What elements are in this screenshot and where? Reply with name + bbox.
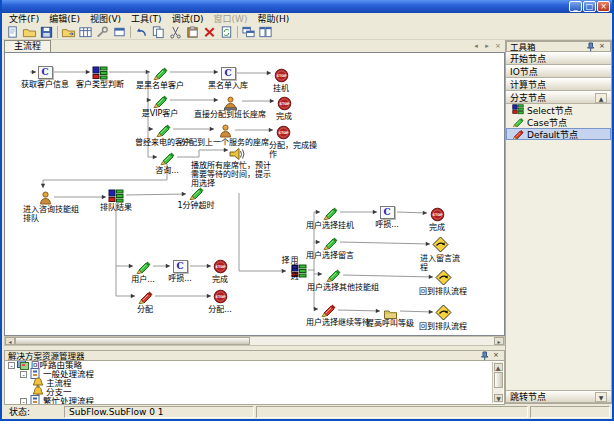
flow-layer: C获取客户信息客户类型判断是黑名单客户C黑名单入库STOP挂机是VIP客户直接分… [18, 52, 500, 336]
flow-node-label: 用户选择其他技能组 [301, 283, 385, 292]
svg-text:STOP: STOP [432, 213, 443, 217]
explorer-tree: -回呼路由策略-一般处理流程主流程分支一-繁忙处理流程主流程 ▲ ▼ [4, 361, 505, 405]
open-button[interactable] [21, 25, 38, 39]
flow-node-label: 分配，完成操 作 [269, 141, 325, 159]
tree-item-1[interactable]: -一般处理流程 [5, 370, 504, 379]
canvas-hscrollbar[interactable]: ◂ ▸ [4, 336, 505, 346]
flow-node-label: 用户... [125, 275, 161, 284]
refresh-button[interactable] [218, 25, 235, 39]
flow-node-label: 是VIP客户 [132, 109, 188, 118]
toolbox-category-3[interactable]: 分支节点▲ [506, 91, 611, 104]
hscroll-thumb[interactable] [15, 337, 250, 345]
menu-item-1[interactable]: 编辑(E) [44, 13, 85, 25]
tab-main-flow[interactable]: 主流程 [4, 40, 51, 52]
explorer-title: 解决方案资源管理器 [8, 351, 477, 361]
tile-windows-button[interactable] [257, 25, 274, 39]
tree-item-2[interactable]: 主流程 [5, 379, 504, 388]
pin-icon[interactable] [479, 351, 489, 360]
flow-node-label: 1分钟超时 [172, 201, 220, 210]
tools-button[interactable] [94, 25, 111, 39]
flow-node-label: 获取客户信息 [15, 80, 75, 89]
flow-node-label: 回到排队流程 [414, 287, 472, 296]
chevron-down-icon[interactable]: ▼ [595, 392, 607, 402]
add-existing-button[interactable] [60, 25, 77, 39]
copy-button[interactable] [150, 25, 167, 39]
menu-item-2[interactable]: 视图(V) [85, 13, 126, 25]
menu-bar: 文件(F)编辑(E)视图(V)工具(T)调试(D)窗口(W)帮助(H) [2, 13, 612, 25]
flow-canvas[interactable]: C获取客户信息客户类型判断是黑名单客户C黑名单入库STOP挂机是VIP客户直接分… [4, 52, 505, 336]
close-icon[interactable]: × [491, 351, 501, 360]
flow-node-label: 分配... [202, 305, 238, 314]
scroll-up-icon[interactable]: ▲ [595, 93, 607, 103]
flow-node-label: 完成 [205, 275, 235, 284]
status-bar: 状态: SubFlow.SubFlow 0 1 [2, 405, 612, 419]
scroll-down-icon[interactable]: ▼ [494, 394, 503, 402]
undo-button[interactable] [133, 25, 150, 39]
tree-item-label: 繁忙处理流程 [43, 397, 94, 405]
flow-node-c-23[interactable]: C [380, 206, 395, 219]
tab-scroll-left-icon[interactable]: ◂ [471, 42, 481, 52]
flow-node-label: 完成 [422, 223, 452, 232]
toolbox-category-label: 分支节点 [510, 91, 546, 104]
flow-node-c-3[interactable]: C [221, 67, 236, 80]
tab-close-icon[interactable]: × [493, 42, 503, 52]
scroll-up-icon[interactable]: ▲ [494, 363, 503, 371]
toolbox-category-label: 跳转节点 [510, 390, 546, 403]
expander-icon[interactable]: - [20, 371, 27, 378]
flow-node-label: 提高呼叫等级 [361, 319, 419, 328]
solution-explorer-panel: 解决方案资源管理器 × -回呼路由策略-一般处理流程主流程分支一-繁忙处理流程主… [4, 350, 505, 405]
save-button[interactable] [38, 25, 55, 39]
toolbox-item-2[interactable]: Default节点 [506, 128, 611, 140]
scroll-right-icon[interactable]: ▸ [494, 337, 504, 345]
flow-node-label: 挂机 [266, 84, 296, 93]
svg-text:STOP: STOP [276, 74, 287, 78]
close-icon[interactable]: × [597, 42, 607, 51]
flow-node-c-0[interactable]: C [38, 66, 53, 79]
flow-node-label: 用户选择 [280, 256, 298, 286]
expander-icon[interactable]: - [8, 362, 15, 369]
explorer-vscrollbar[interactable]: ▲ ▼ [492, 362, 503, 403]
svg-text:STOP: STOP [215, 295, 226, 299]
tab-scroll-right-icon[interactable]: ▸ [482, 42, 492, 52]
menu-item-4[interactable]: 调试(D) [167, 13, 209, 25]
flow-node-label: 黑名单入库 [201, 81, 255, 90]
flow-node-label: 完成 [269, 112, 299, 121]
cascade-windows-button[interactable] [240, 25, 257, 39]
close-button[interactable]: × [597, 1, 610, 12]
minimize-button[interactable]: _ [569, 1, 582, 12]
toolbox-item-1[interactable]: Case节点 [506, 116, 611, 128]
app-window: _ □ × 文件(F)编辑(E)视图(V)工具(T)调试(D)窗口(W)帮助(H… [0, 0, 614, 421]
cut-button[interactable] [167, 25, 184, 39]
toolbox-category-jump[interactable]: 跳转节点▼ [506, 390, 611, 403]
toolbar-separator [130, 26, 131, 38]
menu-item-6[interactable]: 帮助(H) [253, 13, 295, 25]
scroll-left-icon[interactable]: ◂ [5, 337, 15, 345]
flow-node-label: 用户选择挂机 [300, 221, 360, 230]
svg-text:STOP: STOP [215, 265, 226, 269]
status-value: SubFlow.SubFlow 0 1 [64, 406, 254, 418]
toolbox-title: 工具箱 [510, 42, 583, 52]
expander-icon[interactable]: - [20, 398, 27, 405]
new-button[interactable] [4, 25, 21, 39]
svg-text:STOP: STOP [279, 102, 290, 106]
flow-node-label: 回到排队流程 [414, 322, 472, 331]
menu-item-0[interactable]: 文件(F) [4, 13, 44, 25]
vscroll-thumb[interactable] [494, 372, 503, 388]
status-label: 状态: [4, 406, 62, 418]
toolbox-category-0[interactable]: 开始节点 [506, 52, 611, 65]
view-window-button[interactable] [111, 25, 128, 39]
toolbox-category-2[interactable]: 计算节点 [506, 78, 611, 91]
toolbox-header: 工具箱 × [506, 41, 611, 52]
restore-button[interactable]: □ [583, 1, 596, 12]
properties-button[interactable] [77, 25, 94, 39]
toolbox-category-1[interactable]: IO节点 [506, 65, 611, 78]
flow-node-c-17[interactable]: C [173, 260, 188, 273]
flow-node-label: 直接分配到班长座席 [184, 110, 276, 119]
pin-icon[interactable] [585, 42, 595, 51]
toolbox-item-0[interactable]: Select节点 [506, 104, 611, 116]
delete-button[interactable] [201, 25, 218, 39]
paste-button[interactable] [184, 25, 201, 39]
toolbar [2, 25, 612, 40]
menu-item-3[interactable]: 工具(T) [126, 13, 167, 25]
tree-item-4[interactable]: -繁忙处理流程 [5, 397, 504, 405]
